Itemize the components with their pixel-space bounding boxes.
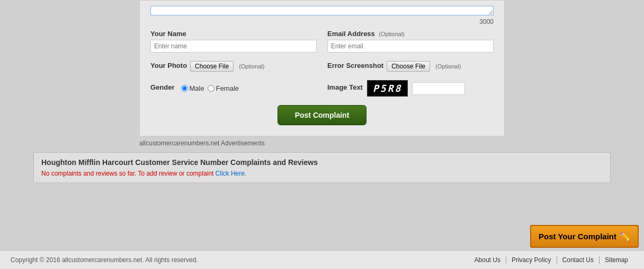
pencil-icon: ✏️ — [620, 231, 630, 241]
no-complaints-text: No complaints and reviews so far. To add… — [41, 170, 213, 177]
name-email-row: Your Name Email Address (Optional) — [150, 30, 494, 53]
submit-row: Post Complaint — [150, 105, 494, 125]
ads-text: allcustomercarenumbers.net Advertisement… — [139, 140, 265, 147]
photo-col: Your Photo Choose File (Optional) — [150, 61, 317, 72]
screenshot-col: Error Screenshot Choose File (Optional) — [327, 61, 494, 72]
image-text-col: Image Text P5R8 — [327, 80, 494, 97]
email-label: Email Address — [327, 30, 375, 38]
complaint-textarea[interactable] — [150, 6, 494, 15]
email-col: Email Address (Optional) — [327, 30, 494, 53]
name-input[interactable] — [150, 40, 317, 53]
ads-area: allcustomercarenumbers.net Advertisement… — [139, 140, 505, 147]
gender-col: Gender Male Female — [150, 83, 317, 93]
click-here-link[interactable]: Click Here. — [216, 170, 247, 177]
footer-link-sitemap[interactable]: Sitemap — [600, 256, 633, 264]
error-screenshot-label: Error Screenshot — [327, 62, 383, 70]
email-input[interactable] — [327, 40, 494, 53]
footer: Copyright © 2016 allcustomercarenumbers.… — [0, 250, 644, 269]
gender-imagetext-row: Gender Male Female Image Text P5R8 — [150, 80, 494, 97]
footer-links: About Us Privacy Policy Contact Us Sitem… — [469, 256, 633, 264]
reviews-text: No complaints and reviews so far. To add… — [41, 170, 603, 177]
male-label: Male — [190, 84, 204, 92]
photo-optional-label: (Optional) — [239, 63, 264, 70]
post-your-complaint-float-button[interactable]: Post Your Complaint ✏️ — [530, 225, 639, 248]
footer-link-privacy[interactable]: Privacy Policy — [506, 256, 557, 264]
gender-label: Gender — [150, 83, 175, 91]
file-row: Your Photo Choose File (Optional) Error … — [150, 61, 494, 72]
form-container: 3000 Your Name Email Address (Optional) … — [139, 0, 505, 136]
reviews-title: Houghton Mifflin Harcourt Customer Servi… — [41, 158, 603, 167]
textarea-area: 3000 — [150, 6, 494, 25]
your-photo-label: Your Photo — [150, 62, 187, 70]
female-radio[interactable] — [208, 85, 214, 92]
captcha-input[interactable] — [412, 82, 465, 95]
captcha-image: P5R8 — [367, 80, 408, 97]
char-count: 3000 — [150, 18, 494, 25]
page-wrapper: 3000 Your Name Email Address (Optional) … — [0, 0, 644, 269]
post-complaint-float-label: Post Your Complaint — [539, 232, 616, 241]
your-name-label: Your Name — [150, 30, 186, 38]
post-complaint-button[interactable]: Post Complaint — [278, 105, 367, 125]
male-radio-wrapper: Male — [181, 84, 204, 92]
screenshot-optional-label: (Optional) — [435, 63, 461, 70]
female-label: Female — [216, 84, 239, 92]
image-text-label: Image Text — [327, 83, 363, 91]
choose-file-photo-button[interactable]: Choose File — [190, 61, 234, 72]
footer-link-contact[interactable]: Contact Us — [557, 256, 600, 264]
footer-copyright: Copyright © 2016 allcustomercarenumbers.… — [11, 256, 198, 264]
email-optional-label: (Optional) — [379, 31, 404, 37]
name-col: Your Name — [150, 30, 317, 53]
female-radio-wrapper: Female — [208, 84, 239, 92]
footer-link-about[interactable]: About Us — [469, 256, 506, 264]
male-radio[interactable] — [181, 85, 188, 92]
reviews-section: Houghton Mifflin Harcourt Customer Servi… — [33, 152, 611, 183]
choose-file-screenshot-button[interactable]: Choose File — [387, 61, 430, 72]
